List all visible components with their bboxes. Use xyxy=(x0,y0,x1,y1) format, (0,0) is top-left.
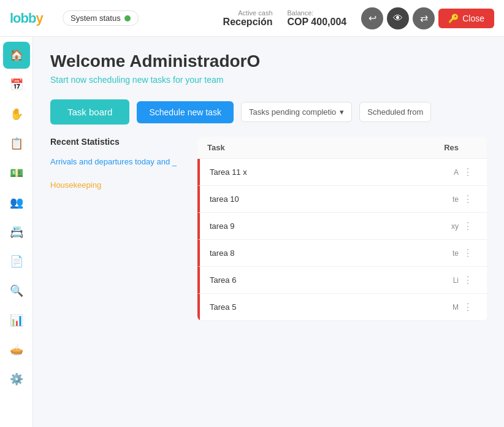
tasks-pending-dropdown[interactable]: Tasks pending completio ▾ xyxy=(241,102,352,122)
task-menu-icon[interactable]: ⋮ xyxy=(459,247,477,259)
task-row[interactable]: tarea 8 te ⋮ xyxy=(197,240,487,267)
chevron-down-icon: ▾ xyxy=(340,107,344,117)
transfer-button[interactable]: ⇄ xyxy=(413,7,435,29)
task-name: Tarea 6 xyxy=(210,275,422,285)
schedule-new-button[interactable]: Schedule new task xyxy=(137,101,234,123)
col-task-header: Task xyxy=(207,143,422,152)
sidebar-item-list[interactable]: 📋 xyxy=(3,130,30,157)
sidebar: 🏠 📅 ✋ 📋 💵 👥 📇 📄 🔍 📊 🥧 ⚙️ xyxy=(0,37,33,427)
task-name: tarea 8 xyxy=(210,248,422,258)
task-assignee: te xyxy=(422,249,459,258)
task-row[interactable]: Tarea 6 Li ⋮ xyxy=(197,267,487,294)
key-icon: 🔑 xyxy=(448,13,459,23)
active-cash-label: Active cash xyxy=(238,9,272,17)
sidebar-item-contacts[interactable]: 📇 xyxy=(3,218,30,245)
sidebar-item-guests[interactable]: 👥 xyxy=(3,189,30,216)
task-assignee: A xyxy=(422,168,459,177)
task-board-button[interactable]: Task board xyxy=(50,99,129,125)
status-dot-icon xyxy=(124,15,131,21)
task-name: Tarea 11 x xyxy=(210,167,422,177)
task-row[interactable]: Tarea 5 M ⋮ xyxy=(197,294,487,321)
welcome-title: Welcome AdministradorO xyxy=(50,52,487,71)
sidebar-item-search[interactable]: 🔍 xyxy=(3,277,30,304)
task-name: tarea 10 xyxy=(210,194,422,204)
stat-arrivals[interactable]: Arrivals and departures today and _ xyxy=(50,156,185,167)
task-header: Task board Schedule new task Tasks pendi… xyxy=(50,99,487,125)
tasks-pending-label: Tasks pending completio xyxy=(249,107,336,117)
logo: lobby xyxy=(10,10,53,26)
balance-label: Balance: xyxy=(288,9,314,17)
stat-arrivals-label: Arrivals and departures today and _ xyxy=(50,156,185,167)
task-name: Tarea 5 xyxy=(210,302,422,312)
header: lobby System status Active cash Recepció… xyxy=(0,0,504,37)
close-button[interactable]: 🔑 Close xyxy=(438,9,494,28)
header-icons: ↩ 👁 ⇄ 🔑 Close xyxy=(361,7,494,29)
col-res-header: Res xyxy=(422,143,459,152)
balance-value: COP 400,004 xyxy=(288,17,347,28)
task-assignee: Li xyxy=(422,276,459,285)
task-menu-icon[interactable]: ⋮ xyxy=(459,220,477,232)
welcome-subtitle: Start now scheduling new tasks for your … xyxy=(50,75,487,85)
system-status-label: System status xyxy=(71,13,121,23)
sidebar-item-tasks[interactable]: ✋ xyxy=(3,101,30,128)
task-name: tarea 9 xyxy=(210,221,422,231)
main-content: Welcome AdministradorO Start now schedul… xyxy=(33,37,504,427)
task-row[interactable]: tarea 10 te ⋮ xyxy=(197,186,487,213)
layout: 🏠 📅 ✋ 📋 💵 👥 📇 📄 🔍 📊 🥧 ⚙️ Welcome Adminis… xyxy=(0,37,504,427)
balance-info: Balance: COP 400,004 xyxy=(288,9,347,28)
system-status-button[interactable]: System status xyxy=(63,10,139,26)
task-menu-icon[interactable]: ⋮ xyxy=(459,193,477,205)
stat-housekeeping-label: Housekeeping xyxy=(50,180,185,191)
task-menu-icon[interactable]: ⋮ xyxy=(459,166,477,178)
task-assignee: M xyxy=(422,303,459,312)
task-table-header: Task Res xyxy=(197,137,487,159)
task-menu-icon[interactable]: ⋮ xyxy=(459,301,477,313)
sidebar-item-settings[interactable]: ⚙️ xyxy=(3,366,30,393)
task-menu-icon[interactable]: ⋮ xyxy=(459,274,477,286)
active-cash-value: Recepción xyxy=(223,17,273,28)
task-row[interactable]: Tarea 11 x A ⋮ xyxy=(197,159,487,186)
left-panel: Recent Statistics Arrivals and departure… xyxy=(50,137,185,321)
task-row[interactable]: tarea 9 xy ⋮ xyxy=(197,213,487,240)
sidebar-item-home[interactable]: 🏠 xyxy=(3,42,30,69)
sidebar-item-pie[interactable]: 🥧 xyxy=(3,336,30,363)
recent-stats-title: Recent Statistics xyxy=(50,137,185,147)
stat-housekeeping[interactable]: Housekeeping xyxy=(50,180,185,191)
sidebar-item-reports[interactable]: 📄 xyxy=(3,248,30,275)
task-table: Task Res Tarea 11 x A ⋮ tarea 10 te ⋮ ta… xyxy=(197,137,487,321)
task-assignee: te xyxy=(422,195,459,204)
content-area: Recent Statistics Arrivals and departure… xyxy=(50,137,487,321)
sidebar-item-cash[interactable]: 💵 xyxy=(3,160,30,187)
scheduled-from-picker[interactable]: Scheduled from xyxy=(359,102,431,122)
history-button[interactable]: ↩ xyxy=(361,7,383,29)
active-cash-info: Active cash Recepción xyxy=(223,9,273,28)
sidebar-item-calendar[interactable]: 📅 xyxy=(3,71,30,98)
view-button[interactable]: 👁 xyxy=(387,7,409,29)
task-assignee: xy xyxy=(422,222,459,231)
sidebar-item-analytics[interactable]: 📊 xyxy=(3,307,30,334)
